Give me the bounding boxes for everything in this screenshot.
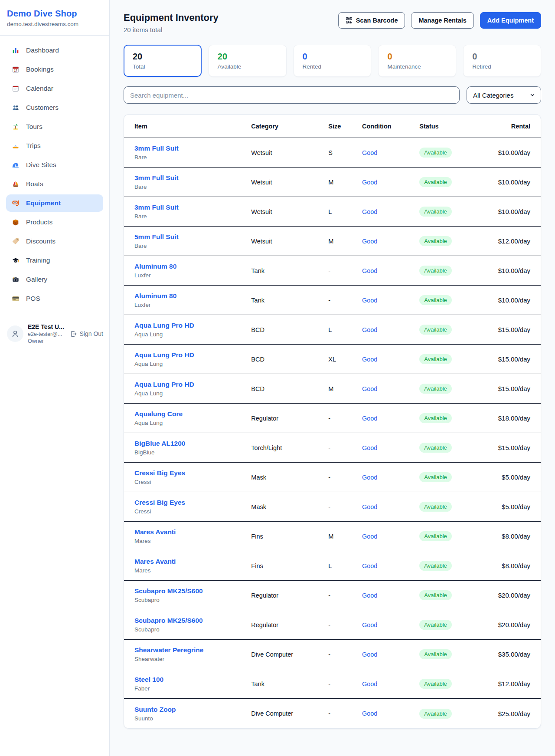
item-name-link[interactable]: 3mm Full Suit <box>134 174 179 182</box>
shop-name: Demo Dive Shop <box>7 9 102 19</box>
item-condition-link[interactable]: Good <box>362 503 419 510</box>
item-condition-link[interactable]: Good <box>362 621 419 628</box>
category-selected-value: All Categories <box>473 92 513 99</box>
item-brand: Bare <box>134 213 251 220</box>
item-brand: Mares <box>134 538 251 544</box>
item-condition-link[interactable]: Good <box>362 474 419 481</box>
item-condition-link[interactable]: Good <box>362 680 419 687</box>
avatar <box>7 325 23 342</box>
status-badge: Available <box>419 207 452 217</box>
stat-value: 20 <box>218 52 278 62</box>
scan-barcode-button[interactable]: Scan Barcode <box>338 12 405 29</box>
user-email: e2e-tester@... <box>28 331 64 337</box>
item-name-link[interactable]: Steel 100 <box>134 676 163 684</box>
item-name-link[interactable]: Shearwater Peregrine <box>134 646 203 654</box>
item-condition-link[interactable]: Good <box>362 149 419 156</box>
sidebar-item-training[interactable]: Training <box>6 252 103 269</box>
item-size: - <box>328 267 362 274</box>
sidebar-item-pos[interactable]: POS <box>6 290 103 307</box>
status-badge: Available <box>419 649 452 659</box>
item-name-link[interactable]: Aluminum 80 <box>134 292 176 300</box>
scan-barcode-label: Scan Barcode <box>356 17 398 24</box>
item-brand: Scubapro <box>134 626 251 633</box>
table-row: Shearwater Peregrine Shearwater Dive Com… <box>124 640 541 669</box>
customers-icon <box>11 103 20 112</box>
item-condition-link[interactable]: Good <box>362 444 419 451</box>
item-rental-price: $15.00/day <box>475 355 530 363</box>
item-name-link[interactable]: 3mm Full Suit <box>134 145 179 152</box>
item-category: Wetsuit <box>251 238 328 245</box>
gallery-icon <box>11 275 20 284</box>
item-condition-link[interactable]: Good <box>362 179 419 186</box>
item-condition-link[interactable]: Good <box>362 326 419 333</box>
item-condition-link[interactable]: Good <box>362 385 419 392</box>
item-size: M <box>328 179 362 186</box>
item-rental-price: $10.00/day <box>475 296 530 304</box>
stat-card-retired[interactable]: 0 Retired <box>463 45 541 77</box>
sidebar-item-discounts[interactable]: Discounts <box>6 233 103 250</box>
status-badge: Available <box>419 561 452 571</box>
item-size: L <box>328 326 362 333</box>
item-name-link[interactable]: 5mm Full Suit <box>134 233 179 241</box>
item-condition-link[interactable]: Good <box>362 267 419 274</box>
sidebar-item-trips[interactable]: Trips <box>6 137 103 154</box>
item-condition-link[interactable]: Good <box>362 592 419 599</box>
item-name-link[interactable]: Cressi Big Eyes <box>134 499 185 506</box>
equipment-table: Item Category Size Condition Status Rent… <box>124 114 541 729</box>
item-name-link[interactable]: Scubapro MK25/S600 <box>134 587 203 595</box>
sidebar-item-dive-sites[interactable]: Dive Sites <box>6 156 103 174</box>
sidebar-item-boats[interactable]: Boats <box>6 175 103 193</box>
item-condition-link[interactable]: Good <box>362 208 419 215</box>
item-brand: Luxfer <box>134 272 251 279</box>
table-row: Mares Avanti Mares Fins L Good Available… <box>124 551 541 581</box>
item-name-link[interactable]: Aqua Lung Pro HD <box>134 381 194 388</box>
sidebar-item-calendar[interactable]: Calendar <box>6 80 103 97</box>
item-name-link[interactable]: Mares Avanti <box>134 558 176 565</box>
category-select[interactable]: All Categories <box>467 86 541 104</box>
table-row: Steel 100 Faber Tank - Good Available $1… <box>124 669 541 699</box>
item-condition-link[interactable]: Good <box>362 533 419 540</box>
item-name-link[interactable]: Cressi Big Eyes <box>134 469 185 477</box>
sidebar-item-customers[interactable]: Customers <box>6 99 103 116</box>
sidebar-item-dashboard[interactable]: Dashboard <box>6 42 103 59</box>
manage-rentals-button[interactable]: Manage Rentals <box>411 12 473 29</box>
item-name-link[interactable]: Suunto Zoop <box>134 706 176 713</box>
sidebar-item-equipment[interactable]: Equipment <box>6 194 103 212</box>
item-size: L <box>328 208 362 215</box>
calendar-icon <box>11 84 20 93</box>
sign-out-button[interactable]: Sign Out <box>70 330 103 338</box>
sidebar-item-gallery[interactable]: Gallery <box>6 271 103 288</box>
item-condition-link[interactable]: Good <box>362 710 419 717</box>
item-condition-link[interactable]: Good <box>362 238 419 245</box>
item-condition-link[interactable]: Good <box>362 415 419 422</box>
item-rental-price: $12.00/day <box>475 237 530 245</box>
stat-card-total[interactable]: 20 Total <box>124 45 202 77</box>
search-input[interactable] <box>130 92 453 99</box>
item-name-link[interactable]: Aqua Lung Pro HD <box>134 322 194 329</box>
item-size: - <box>328 415 362 422</box>
item-name-link[interactable]: Aqualung Core <box>134 410 183 418</box>
item-name-link[interactable]: 3mm Full Suit <box>134 204 179 211</box>
item-size: - <box>328 474 362 481</box>
item-condition-link[interactable]: Good <box>362 297 419 304</box>
item-rental-price: $15.00/day <box>475 444 530 451</box>
item-name-link[interactable]: Mares Avanti <box>134 528 176 536</box>
stat-card-available[interactable]: 20 Available <box>209 45 287 77</box>
sidebar-item-tours[interactable]: Tours <box>6 118 103 135</box>
item-condition-link[interactable]: Good <box>362 651 419 658</box>
item-condition-link[interactable]: Good <box>362 562 419 569</box>
item-name-link[interactable]: BigBlue AL1200 <box>134 440 185 447</box>
item-condition-link[interactable]: Good <box>362 356 419 363</box>
stat-card-rented[interactable]: 0 Rented <box>294 45 372 77</box>
main-content: Equipment Inventory 20 items total Scan … <box>110 0 555 756</box>
stat-card-maintenance[interactable]: 0 Maintenance <box>378 45 456 77</box>
sidebar-item-products[interactable]: Products <box>6 214 103 231</box>
equipment-icon <box>11 199 20 207</box>
item-name-link[interactable]: Scubapro MK25/S600 <box>134 617 203 625</box>
item-brand: Luxfer <box>134 302 251 308</box>
item-name-link[interactable]: Aluminum 80 <box>134 263 176 270</box>
add-equipment-button[interactable]: Add Equipment <box>480 12 541 29</box>
sidebar-item-bookings[interactable]: 17 Bookings <box>6 61 103 78</box>
item-name-link[interactable]: Aqua Lung Pro HD <box>134 351 194 359</box>
shop-domain: demo.test.divestreams.com <box>7 21 102 27</box>
